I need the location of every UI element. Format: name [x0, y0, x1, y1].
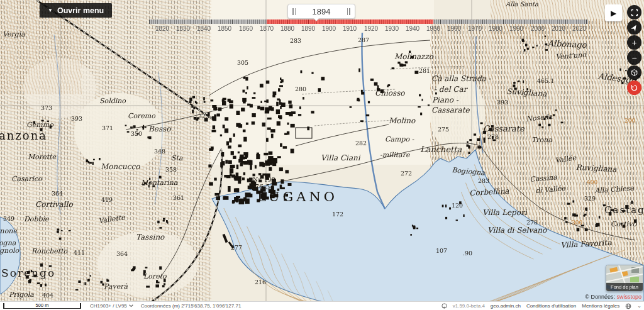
timeline-year-label: 1850 [218, 25, 231, 32]
timeline-year-label: 1960 [447, 25, 461, 32]
timeline-year-handle[interactable]: 1894 [287, 4, 355, 19]
app-window: Vergia Soldino Coremo Besso Gemmo anzona… [0, 0, 644, 310]
time-history-button[interactable] [627, 80, 641, 95]
basemap-label: Fond de plan [606, 283, 643, 291]
language-icon[interactable] [625, 303, 631, 309]
github-icon[interactable] [441, 303, 447, 309]
geoadmin-link[interactable]: geo.admin.ch [491, 303, 521, 309]
timeline-year-label: 1990 [509, 25, 523, 32]
cube-3d-icon [630, 69, 638, 77]
drag-grip-icon [347, 8, 350, 15]
mouse-coordinates: Coordonnées (m) 2'715'638.75, 1'096'127.… [141, 303, 242, 309]
timeline-year-label: 1880 [280, 25, 294, 32]
chevron-down-icon [129, 304, 133, 307]
scale-bar: 500 m [3, 303, 81, 309]
attribution-swisstopo-link[interactable]: swisstopo [616, 294, 641, 300]
timeline-handle-pointer [313, 18, 319, 21]
open-menu-label: Ouvrir menu [57, 6, 104, 15]
timeline-year-label: 1890 [301, 25, 315, 32]
basemap-selector[interactable]: Fond de plan [606, 265, 643, 292]
timeline-year-label: 2000 [531, 25, 545, 32]
timeline-year-label: 1860 [239, 25, 253, 32]
mentions-legales-link[interactable]: Mentions légales [582, 303, 619, 309]
timeline-year-label: 2020 [572, 25, 586, 32]
timeline-year-label: 1930 [385, 25, 399, 32]
timeline-year-label: 1970 [468, 25, 482, 32]
zoom-out-icon: − [631, 53, 636, 63]
timeline-year-label: 1840 [197, 25, 211, 32]
map-canvas[interactable] [0, 0, 644, 310]
footer-links: v1.59.0-beta.4 geo.admin.ch Conditions d… [441, 303, 644, 309]
play-button[interactable]: ▶ [605, 4, 622, 21]
scale-label: 500 m [4, 302, 80, 308]
timeline-year-label: 1920 [364, 25, 378, 32]
timeline-year-label: 1950 [426, 25, 440, 32]
timeline-year-label: 1820 [155, 25, 169, 32]
fullscreen-icon [631, 9, 638, 16]
attribution: © Données: swisstopo [585, 294, 641, 300]
view-3d-button[interactable] [627, 65, 641, 80]
timeline-year-label: 1870 [260, 25, 274, 32]
attribution-prefix: © Données: [585, 294, 616, 300]
version-label[interactable]: v1.59.0-beta.4 [453, 303, 485, 309]
projection-select[interactable]: CH1903+ / LV95 [90, 303, 133, 309]
drag-grip-icon [292, 8, 296, 15]
current-year: 1894 [313, 7, 331, 16]
timeline-year-label: 2010 [552, 25, 565, 32]
zoom-out-button[interactable]: − [627, 50, 641, 65]
chevron-down-icon[interactable]: ⌄ [637, 303, 641, 309]
play-icon: ▶ [611, 9, 616, 18]
open-menu-button[interactable]: ▼ Ouvrir menu [40, 3, 112, 18]
timeline-year-label: 1900 [322, 25, 336, 32]
timeline-year-label: 1980 [489, 25, 502, 32]
projection-label: CH1903+ / LV95 [90, 303, 127, 309]
timeline-track[interactable] [149, 19, 588, 24]
history-icon [630, 84, 638, 92]
timeline-year-label: 1910 [343, 25, 357, 32]
timeline-year-label: 1830 [176, 25, 190, 32]
zoom-in-icon: + [631, 38, 636, 48]
timeline-year-label: 1940 [406, 25, 419, 32]
conditions-link[interactable]: Conditions d'utilisation [526, 303, 576, 309]
map-controls: + − [627, 5, 641, 95]
caret-down-icon: ▼ [48, 8, 53, 13]
fullscreen-button[interactable] [627, 5, 641, 19]
geolocate-icon [631, 24, 638, 31]
footer-bar: 500 m CH1903+ / LV95 Coordonnées (m) 2'7… [0, 301, 644, 310]
geolocate-button[interactable] [627, 20, 641, 35]
zoom-in-button[interactable]: + [627, 35, 641, 50]
